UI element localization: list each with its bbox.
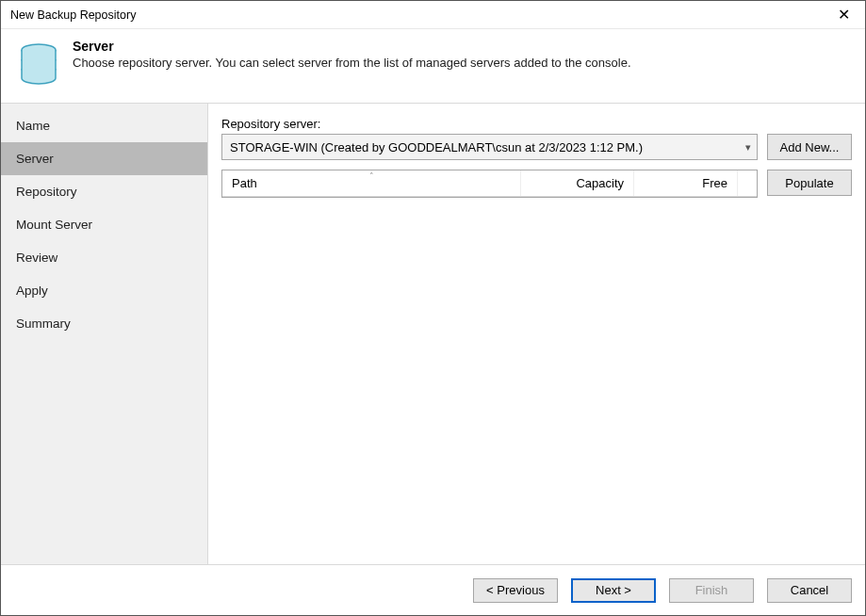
finish-button: Finish — [669, 578, 754, 603]
volumes-table: ˄ Path Capacity Free — [221, 170, 758, 198]
step-review[interactable]: Review — [1, 241, 207, 274]
header-subtitle: Choose repository server. You can select… — [73, 56, 631, 70]
window-title: New Backup Repository — [10, 8, 136, 22]
repo-server-label: Repository server: — [221, 117, 852, 131]
add-new-button[interactable]: Add New... — [767, 134, 852, 160]
previous-button[interactable]: < Previous — [473, 578, 558, 603]
populate-button[interactable]: Populate — [767, 170, 852, 196]
next-button[interactable]: Next > — [571, 578, 656, 603]
sort-asc-icon: ˄ — [369, 171, 374, 181]
col-path[interactable]: ˄ Path — [222, 170, 521, 196]
main-panel: Repository server: STORAGE-WIN (Created … — [208, 104, 865, 564]
cancel-button[interactable]: Cancel — [767, 578, 852, 603]
wizard-steps-sidebar: Name Server Repository Mount Server Revi… — [1, 104, 208, 564]
step-name[interactable]: Name — [1, 109, 207, 142]
wizard-window: New Backup Repository ✕ Server Choose re… — [0, 0, 866, 616]
step-mount-server[interactable]: Mount Server — [1, 208, 207, 241]
title-bar: New Backup Repository ✕ — [1, 1, 865, 29]
step-server[interactable]: Server — [1, 142, 207, 175]
header-title: Server — [73, 39, 631, 54]
wizard-footer: < Previous Next > Finish Cancel — [1, 564, 865, 615]
col-capacity[interactable]: Capacity — [521, 170, 634, 196]
step-apply[interactable]: Apply — [1, 274, 207, 307]
repo-server-value: STORAGE-WIN (Created by GOODDEALMART\csu… — [230, 140, 643, 154]
database-icon — [18, 41, 59, 89]
col-free[interactable]: Free — [634, 170, 738, 196]
close-icon[interactable]: ✕ — [832, 6, 856, 24]
step-repository[interactable]: Repository — [1, 175, 207, 208]
table-header: ˄ Path Capacity Free — [222, 170, 757, 197]
chevron-down-icon: ▾ — [745, 141, 751, 154]
step-summary[interactable]: Summary — [1, 307, 207, 340]
col-scroll-gutter — [738, 170, 757, 196]
repo-server-combobox[interactable]: STORAGE-WIN (Created by GOODDEALMART\csu… — [221, 134, 758, 160]
wizard-header: Server Choose repository server. You can… — [1, 29, 865, 104]
